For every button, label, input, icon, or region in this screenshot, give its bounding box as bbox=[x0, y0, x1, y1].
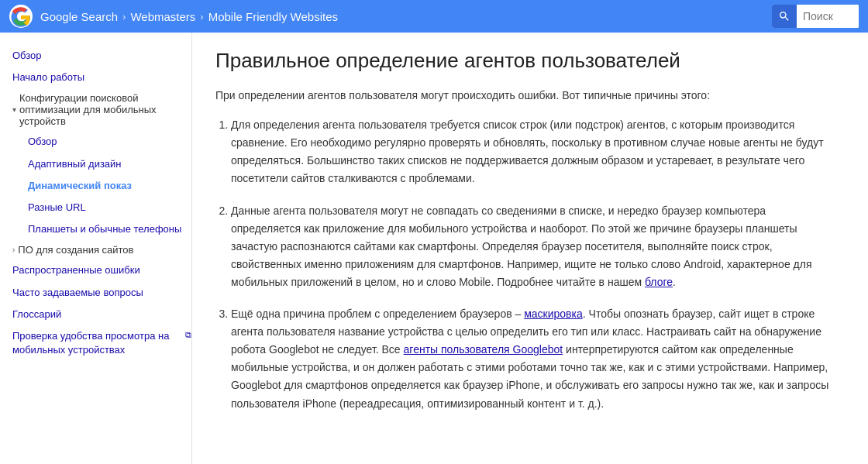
sidebar-item-diff-url[interactable]: Разные URL bbox=[25, 197, 191, 218]
header: Google Search › Webmasters › Mobile Frie… bbox=[0, 0, 868, 33]
search-icon[interactable] bbox=[772, 5, 797, 28]
intro-text: При определении агентов пользователя мог… bbox=[215, 87, 835, 104]
sidebar: Обзор Начало работы ▾ Конфигурации поиск… bbox=[0, 33, 192, 464]
breadcrumb-webmasters[interactable]: Webmasters bbox=[130, 10, 195, 23]
breadcrumb-current: Mobile Friendly Websites bbox=[208, 10, 338, 23]
list-item: Ещё одна причина проблем с определением … bbox=[231, 305, 835, 413]
list-item: Для определения агента пользователя треб… bbox=[231, 116, 835, 187]
sidebar-item-tablets[interactable]: Планшеты и обычные телефоны bbox=[25, 218, 191, 240]
sidebar-item-check[interactable]: Проверка удобства просмотра на мобильных… bbox=[12, 325, 184, 361]
breadcrumb-sep-1: › bbox=[122, 11, 126, 22]
sidebar-item-dynamic[interactable]: Динамический показ bbox=[25, 175, 191, 197]
page-layout: Обзор Начало работы ▾ Конфигурации поиск… bbox=[0, 33, 868, 464]
search-input[interactable] bbox=[797, 5, 859, 28]
sidebar-section-software[interactable]: › ПО для создания сайтов bbox=[12, 240, 191, 259]
blog-link[interactable]: блоге bbox=[645, 276, 673, 288]
sidebar-item-overview-sub[interactable]: Обзор bbox=[25, 131, 191, 153]
sidebar-item-faq[interactable]: Часто задаваемые вопросы bbox=[12, 282, 191, 304]
breadcrumb: Google Search › Webmasters › Mobile Frie… bbox=[40, 10, 772, 23]
sidebar-item-start[interactable]: Начало работы bbox=[12, 67, 191, 88]
sidebar-item-glossary[interactable]: Глоссарий bbox=[12, 304, 191, 325]
content-list: Для определения агента пользователя треб… bbox=[215, 116, 835, 412]
collapse-arrow-icon: › bbox=[12, 246, 15, 254]
search-bar[interactable] bbox=[772, 5, 859, 28]
google-logo bbox=[9, 5, 33, 28]
sidebar-sub-config: Обзор Адаптивный дизайн Динамический пок… bbox=[12, 131, 191, 240]
sidebar-section-config[interactable]: ▾ Конфигурации поисковой оптимизации для… bbox=[12, 88, 191, 131]
main-content: Правильное определение агентов пользоват… bbox=[192, 33, 859, 464]
sidebar-item-adaptive[interactable]: Адаптивный дизайн bbox=[25, 153, 191, 175]
breadcrumb-sep-2: › bbox=[200, 11, 203, 22]
googlebot-agents-link[interactable]: агенты пользователя Googlebot bbox=[404, 343, 563, 356]
breadcrumb-google-search[interactable]: Google Search bbox=[40, 10, 118, 23]
page-title: Правильное определение агентов пользоват… bbox=[215, 48, 835, 74]
expand-arrow-icon: ▾ bbox=[12, 105, 16, 114]
list-item: Данные агента пользователя могут не совп… bbox=[231, 202, 835, 291]
external-link-icon: ⧉ bbox=[185, 330, 191, 340]
sidebar-item-errors[interactable]: Распространенные ошибки bbox=[12, 259, 191, 281]
sidebar-item-overview-top[interactable]: Обзор bbox=[12, 45, 191, 67]
masking-link[interactable]: маскировка bbox=[524, 308, 583, 320]
